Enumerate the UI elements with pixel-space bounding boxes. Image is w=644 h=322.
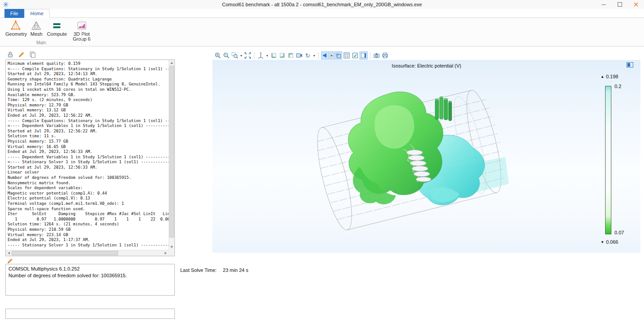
grid-icon[interactable]: [343, 51, 351, 59]
update-view-dropdown-icon[interactable]: ▼: [312, 51, 316, 59]
legend-max-marker: ▲ 0.198: [601, 74, 618, 79]
log-line: Running on Intel64 Family 6 Model 143 St…: [8, 82, 169, 87]
log-output[interactable]: Minimum element quality: 0.159<---- Comp…: [6, 60, 169, 250]
log-line: Geometry shape function: Quadratic Lagra…: [8, 77, 169, 82]
log-line: Linear solver: [8, 170, 169, 175]
horizontal-scroll-thumb[interactable]: [12, 251, 118, 255]
zoom-extents-icon[interactable]: [244, 51, 252, 59]
vertical-scroll-thumb[interactable]: [169, 66, 174, 237]
scene-light-icon[interactable]: [321, 51, 329, 59]
maximize-button[interactable]: [612, 0, 628, 9]
scrollbar-corner: [169, 250, 174, 256]
zoom-in-icon[interactable]: [214, 51, 222, 59]
log-line: Sparse null-space function used.: [8, 207, 169, 212]
log-line: Virtual memory: 13.12 GB: [8, 108, 169, 113]
legend-min-marker: ▼ 0.066: [601, 239, 618, 245]
title-bar: Comsol61 benchmark - alt 1500a 2 - comso…: [0, 0, 644, 9]
print-icon[interactable]: [381, 51, 389, 59]
horizontal-scrollbar[interactable]: [6, 250, 169, 256]
zoom-box-icon[interactable]: [231, 51, 239, 59]
comsol-version-text: COMSOL Multiphysics 6.1.0.252: [8, 266, 172, 272]
solver-log-panel: Minimum element quality: 0.159<---- Comp…: [5, 59, 175, 256]
dof-text: Number of degrees of freedom solved for:…: [8, 272, 172, 279]
log-line: Number of degrees of freedom solved for:…: [8, 175, 169, 181]
log-line: 1 0.97 1.0000000 0.97 1 1 1 22 0.000: [8, 217, 169, 222]
graphics-toolbar: ▼ ▼ ↻ ▼ ▼: [214, 51, 389, 60]
log-line: Physical memory: 12.79 GB: [8, 103, 169, 108]
compute-button[interactable]: Compute: [45, 19, 69, 37]
lock-icon[interactable]: [7, 51, 14, 58]
go-to-view-icon[interactable]: [295, 51, 303, 59]
log-line: Minimum element quality: 0.159: [8, 61, 169, 67]
log-line: Started at Jul 29, 2023, 12:54:13 AM.: [8, 72, 169, 77]
log-line: Solution time: 1264 s. (21 minutes, 4 se…: [8, 222, 169, 227]
transparency-icon[interactable]: [334, 51, 342, 59]
scroll-up-arrow-icon[interactable]: [170, 62, 173, 64]
log-line: Electric potential (comp1.V): 0.13: [8, 196, 169, 201]
view-yz-icon[interactable]: [278, 51, 286, 59]
log-line: Magnetic vector potential (comp1.A): 0.4…: [8, 191, 169, 196]
geometry-button[interactable]: Geometry: [4, 19, 28, 37]
plot-title: Isosurface: Electric potential (V): [212, 63, 640, 68]
mesh-icon: [30, 20, 42, 31]
selection-colors-icon[interactable]: [360, 51, 368, 59]
log-line: <---- Stationary Solver 1 in Study 1/Sol…: [8, 160, 169, 165]
window-controls: [596, 0, 644, 9]
image-snapshot-icon[interactable]: [373, 51, 381, 59]
scene-light-dropdown-icon[interactable]: ▼: [330, 51, 334, 59]
triangle-down-icon: ▼: [601, 240, 604, 244]
log-line: Ended at Jul 29, 2023, 12:56:22 AM.: [8, 113, 169, 119]
log-line: Started at Jul 29, 2023, 12:56:22 AM.: [8, 129, 169, 134]
copy-log-icon[interactable]: [29, 51, 36, 58]
geometry-label: Geometry: [5, 32, 26, 37]
update-view-icon[interactable]: ↻: [304, 51, 312, 59]
toolbar-separator: [318, 52, 319, 59]
default-view-icon[interactable]: [257, 51, 265, 59]
log-line: <---- Compile Equations: Stationary in S…: [8, 67, 169, 72]
ribbon-group-label: Main: [4, 40, 79, 45]
log-line: Virtual memory: 223.14 GB: [8, 233, 169, 238]
log-line: ----- Compile Equations: Stationary in S…: [8, 119, 169, 124]
tab-file[interactable]: File: [4, 9, 24, 18]
log-pencil-icon[interactable]: [18, 51, 25, 58]
log-line: Ended at Jul 29, 2023, 1:17:37 AM.: [8, 237, 169, 243]
toolbar-separator: [370, 52, 370, 59]
log-line: Started at Jul 29, 2023, 12:56:33 AM.: [8, 165, 169, 170]
view-zx-icon[interactable]: [287, 51, 295, 59]
compute-label: Compute: [47, 32, 67, 37]
ribbon-group-separator: [81, 20, 82, 45]
log-line: ----- Stationary Solver 1 in Study 1/Sol…: [8, 243, 169, 248]
geometry-icon: [10, 20, 21, 31]
log-line: Scales for dependent variables:: [8, 186, 169, 191]
ribbon-group-main: Geometry Mesh Compute 3D Plot Group 6: [4, 19, 95, 42]
mesh-label: Mesh: [30, 32, 42, 37]
mesh-button[interactable]: Mesh: [29, 19, 44, 37]
window-title: Comsol61 benchmark - alt 1500a 2 - comso…: [0, 0, 644, 9]
log-line: Time: 129 s. (2 minutes, 9 seconds): [8, 97, 169, 103]
log-line: Nonsymmetric matrix found.: [8, 181, 169, 186]
scroll-left-arrow-icon[interactable]: [8, 252, 10, 254]
legend-max-value: 0.198: [606, 74, 619, 79]
legend-min-value: 0.066: [606, 239, 619, 245]
tab-home[interactable]: Home: [24, 9, 50, 18]
ribbon: Geometry Mesh Compute 3D Plot Group 6 Ma…: [0, 18, 644, 47]
default-view-dropdown-icon[interactable]: ▼: [265, 51, 269, 59]
isosurface-plot[interactable]: [293, 77, 525, 244]
close-button[interactable]: [628, 0, 644, 9]
ribbon-tab-bar: File Home: [0, 9, 644, 18]
plot-settings-icon[interactable]: [627, 61, 633, 67]
legend-bottom-value: 0.07: [614, 230, 624, 235]
legend-top-value: 0.2: [614, 84, 621, 89]
progress-box: [5, 309, 175, 319]
material-color-icon[interactable]: [351, 51, 359, 59]
zoom-box-dropdown-icon[interactable]: ▼: [239, 51, 243, 59]
view-xy-icon[interactable]: [270, 51, 278, 59]
minimize-button[interactable]: [596, 0, 612, 9]
log-line: Terminal voltage (comp1.mef.mi1.term1.V0…: [8, 201, 169, 207]
scroll-right-arrow-icon[interactable]: [165, 252, 167, 254]
edit-log-icon[interactable]: [7, 258, 13, 264]
last-solve-time-label: Last Solve Time:: [180, 267, 216, 273]
scroll-down-arrow-icon[interactable]: [170, 246, 173, 248]
vertical-scrollbar[interactable]: [169, 60, 174, 250]
zoom-out-icon[interactable]: [222, 51, 230, 59]
